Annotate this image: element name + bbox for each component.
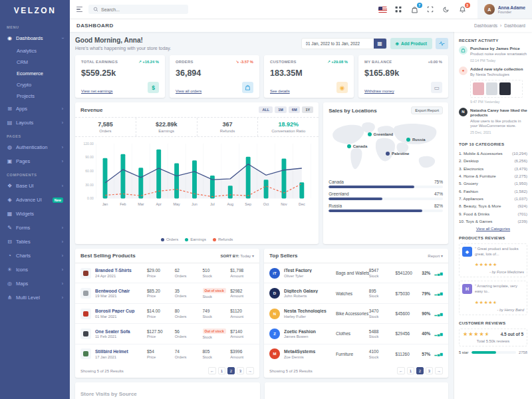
review-card[interactable]: H " Amazing template, very easy to.. ★★★… [459, 281, 527, 315]
cart-button[interactable]: 7 [410, 5, 419, 14]
next-page-button[interactable]: → [435, 367, 443, 374]
prev-page-button[interactable]: ← [397, 367, 405, 374]
category-row[interactable]: 5. Grocery(1,950) [459, 180, 527, 187]
page-2-button[interactable]: 2 [416, 367, 424, 374]
sidebar-item-multi-level[interactable]: ⋔ Multi Level › [0, 291, 70, 305]
breadcrumb-current: Dashboard [504, 23, 525, 28]
page-3-button[interactable]: 3 [237, 367, 244, 374]
sort-by-dropdown[interactable]: SORT BY: Today ▾ [221, 253, 255, 258]
stat-link[interactable]: See details [270, 89, 290, 93]
category-row[interactable]: 9. Food & Drinks(701) [459, 210, 527, 217]
calendar-button[interactable]: ▦ [374, 38, 386, 49]
seller-row[interactable]: iT iTest FactoryOliver Tyler Bags and Wa… [264, 263, 448, 283]
sidebar-item-pages[interactable]: ▣ Pages › [0, 154, 70, 168]
page-1-button[interactable]: 1 [407, 367, 414, 374]
sidebar-item-base-ui[interactable]: ❖ Base UI › [0, 179, 70, 193]
sidebar-item-authentication[interactable]: ◍ Authentication › [0, 140, 70, 154]
breadcrumb-parent[interactable]: Dashboards [474, 23, 497, 28]
seller-row[interactable]: M Meta4SystemsZoe Dennis Furniture 4100S… [264, 344, 448, 364]
date-range-input[interactable] [302, 41, 374, 46]
notifications-button[interactable]: 3 [458, 5, 467, 14]
category-row[interactable]: 8. Beauty, Toys & More(924) [459, 202, 527, 209]
sidebar-item-crm[interactable]: CRM [0, 57, 70, 68]
seller-row[interactable]: D Digitech GalaxyJohn Roberts Watches 89… [264, 283, 448, 303]
product-image[interactable] [486, 82, 497, 95]
view-all-categories-link[interactable]: View all Categories [459, 227, 527, 231]
map-marker-greenland[interactable]: Greenland [368, 132, 394, 136]
product-image[interactable] [473, 82, 484, 95]
product-row[interactable]: Branded T-Shirts24 Apr 2021 $29.00Price … [75, 263, 259, 283]
activity-item[interactable]: Purchase by James Price Product noise ev… [459, 46, 527, 63]
sidebar-item-icons[interactable]: ✳ Icons › [0, 263, 70, 277]
sidebar-item-maps[interactable]: ◎ Maps › [0, 277, 70, 291]
stat-link[interactable]: View all orders [176, 89, 201, 93]
web-apps-button[interactable] [394, 5, 403, 14]
category-row[interactable]: 3. Electronics(3,479) [459, 164, 527, 172]
activity-button[interactable] [436, 38, 448, 49]
product-row[interactable]: Borosil Paper Cup01 Mar 2021 $14.00Price… [75, 304, 259, 324]
sidebar-item-crypto[interactable]: Crypto [0, 79, 70, 90]
range-1m-button[interactable]: 1M [275, 106, 287, 113]
stat-link[interactable]: Withdraw money [364, 89, 394, 93]
sidebar-item-widgets[interactable]: ▦ Widgets [0, 207, 70, 221]
user-profile-menu[interactable]: A Anna Adame Founder [477, 0, 532, 19]
pulse-icon [439, 41, 445, 47]
page-2-button[interactable]: 2 [227, 367, 235, 374]
add-product-button[interactable]: ⊕ Add Product [390, 38, 432, 49]
prev-page-button[interactable]: ← [208, 367, 216, 374]
svg-text:Jun: Jun [192, 202, 198, 206]
page-1-button[interactable]: 1 [218, 367, 225, 374]
sidebar-item-projects[interactable]: Projects [0, 90, 70, 102]
map-marker-russia[interactable]: Russia [406, 138, 426, 142]
fullscreen-button[interactable] [426, 5, 435, 14]
range-all-button[interactable]: ALL [259, 106, 273, 113]
product-row[interactable]: Stillbird Helmet17 Jan 2021 $54Price 74O… [75, 344, 259, 364]
svg-text:Aug: Aug [227, 202, 233, 206]
language-flag-button[interactable] [378, 5, 387, 14]
reviewer-logo: ◆ [462, 247, 472, 257]
sidebar-item-charts[interactable]: ◔ Charts › [0, 249, 70, 263]
range-6m-button[interactable]: 6M [289, 106, 301, 113]
seller-row[interactable]: N Nesta TechnologiesHarley Fuller Bike A… [264, 304, 448, 324]
activity-item[interactable]: N Natasha Carey have liked the products … [459, 108, 527, 134]
top-categories-title: TOP 10 CATEGORIES [459, 142, 527, 146]
location-row-russia: Russia82% [329, 203, 443, 212]
product-image[interactable] [499, 82, 511, 95]
category-row[interactable]: 4. Home & Furniture(2,275) [459, 172, 527, 180]
mini-chart-icon: ▂▄▆ [434, 271, 443, 275]
report-dropdown[interactable]: Report ▾ [428, 253, 443, 258]
category-row[interactable]: 6. Fashion(1,582) [459, 188, 527, 195]
category-row[interactable]: 2. Desktop(6,256) [459, 157, 527, 164]
sidebar-item-advance-ui[interactable]: ◈ Advance UI New [0, 193, 70, 207]
sidebar-item-ecommerce[interactable]: Ecommerce [0, 68, 70, 79]
stat-cards-row: TOTAL EARNINGS↗ +16.24 % $559.25k View n… [75, 55, 448, 98]
product-row[interactable]: Bentwood Chair19 Mar 2021 $85.20Price 35… [75, 283, 259, 303]
icons-icon: ✳ [7, 267, 13, 273]
category-row[interactable]: 7. Appliances(1,037) [459, 195, 527, 202]
export-report-button[interactable]: Export Report [411, 106, 443, 114]
sidebar-item-dashboards[interactable]: ◉ Dashboards › [0, 31, 70, 45]
page-3-button[interactable]: 3 [426, 367, 433, 374]
sidebar-item-apps[interactable]: ⊞ Apps › [0, 102, 70, 116]
hamburger-menu-icon[interactable] [75, 5, 84, 13]
review-card[interactable]: ◆ " Great product and looks great, lots … [459, 243, 527, 277]
range-1y-button[interactable]: 1Y [302, 106, 313, 113]
sidebar-item-layouts[interactable]: ▤ Layouts › [0, 116, 70, 130]
map-marker-palestine[interactable]: Palestine [386, 152, 409, 156]
dark-mode-button[interactable] [442, 5, 451, 14]
svg-text:May: May [174, 202, 180, 206]
next-page-button[interactable]: → [246, 367, 254, 374]
product-row[interactable]: One Seater Sofa11 Feb 2021 $127.50Price … [75, 324, 259, 344]
search-input[interactable] [101, 7, 184, 12]
activity-item[interactable]: ● Added new style collection By Nesta Te… [459, 66, 527, 104]
stat-link[interactable]: View net earnings [81, 89, 113, 93]
category-row[interactable]: 1. Mobile & Accessories(10,294) [459, 150, 527, 157]
brand-logo[interactable]: VELZON [0, 0, 70, 21]
category-row[interactable]: 10. Toys & Games(239) [459, 217, 527, 225]
map-marker-canada[interactable]: Canada [347, 144, 368, 148]
sidebar-item-forms[interactable]: ✎ Forms › [0, 221, 70, 235]
sidebar-item-analytics[interactable]: Analytics [0, 45, 70, 57]
main-content: Good Morning, Anna! Here's what's happen… [70, 32, 454, 399]
sidebar-item-tables[interactable]: ⊟ Tables › [0, 235, 70, 249]
seller-row[interactable]: Z Zoetic FashionJames Bowen Clothes 5488… [264, 324, 448, 344]
